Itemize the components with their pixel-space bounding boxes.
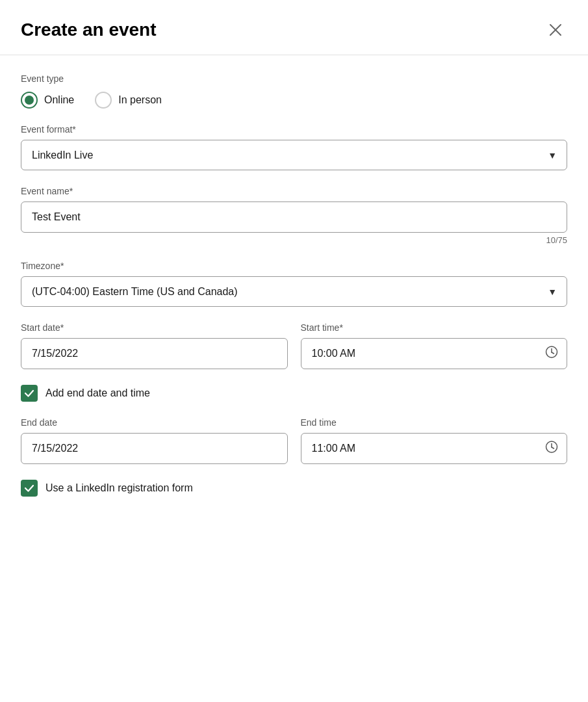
timezone-label: Timezone* <box>21 261 567 271</box>
add-end-datetime-row[interactable]: Add end date and time <box>21 385 567 402</box>
event-format-section: Event format* LinkedIn LiveWebinarIn Per… <box>21 124 567 170</box>
event-type-label: Event type <box>21 73 567 84</box>
modal-body: Event type Online In person Event format… <box>0 55 588 530</box>
end-time-label: End time <box>301 417 568 428</box>
timezone-section: Timezone* (UTC-04:00) Eastern Time (US a… <box>21 261 567 307</box>
modal-header: Create an event <box>0 0 588 55</box>
timezone-select-wrapper: (UTC-04:00) Eastern Time (US and Canada)… <box>21 276 567 307</box>
event-name-section: Event name* 10/75 <box>21 186 567 245</box>
event-format-label: Event format* <box>21 124 567 135</box>
end-date-input[interactable] <box>21 433 288 464</box>
event-format-select-wrapper: LinkedIn LiveWebinarIn Person ▼ <box>21 140 567 170</box>
close-button[interactable] <box>544 18 567 42</box>
add-end-datetime-checkbox[interactable] <box>21 385 38 402</box>
event-name-char-count: 10/75 <box>21 235 567 245</box>
event-format-select[interactable]: LinkedIn LiveWebinarIn Person <box>21 140 567 170</box>
radio-in-person-label: In person <box>118 94 162 106</box>
event-name-input[interactable] <box>21 202 567 233</box>
start-time-field: Start time* <box>301 322 568 369</box>
radio-online-label: Online <box>44 94 74 106</box>
checkmark-icon <box>24 388 34 398</box>
checkmark-registration-icon <box>24 483 34 493</box>
start-date-time-row: Start date* Start time* <box>21 322 567 369</box>
start-time-input-wrapper <box>301 338 568 369</box>
modal-title: Create an event <box>21 20 157 40</box>
radio-option-in-person[interactable]: In person <box>95 92 162 109</box>
start-date-field: Start date* <box>21 322 288 369</box>
end-datetime-section: End date End time <box>21 417 567 464</box>
add-end-datetime-label: Add end date and time <box>45 387 150 399</box>
event-type-radio-group: Online In person <box>21 92 567 109</box>
close-icon <box>549 23 562 36</box>
registration-form-label: Use a LinkedIn registration form <box>45 482 193 494</box>
create-event-modal: Create an event Event type Online In per… <box>0 0 588 702</box>
radio-in-person-circle <box>95 92 112 109</box>
radio-option-online[interactable]: Online <box>21 92 74 109</box>
event-name-label: Event name* <box>21 186 567 196</box>
event-type-section: Event type Online In person <box>21 73 567 109</box>
end-date-time-row: End date End time <box>21 417 567 464</box>
end-time-input-wrapper <box>301 433 568 464</box>
start-date-input[interactable] <box>21 338 288 369</box>
start-date-label: Start date* <box>21 322 288 333</box>
start-time-label: Start time* <box>301 322 568 333</box>
end-date-field: End date <box>21 417 288 464</box>
start-time-input[interactable] <box>301 338 568 369</box>
start-datetime-section: Start date* Start time* <box>21 322 567 369</box>
radio-online-circle <box>21 92 38 109</box>
end-time-field: End time <box>301 417 568 464</box>
end-time-input[interactable] <box>301 433 568 464</box>
registration-form-checkbox[interactable] <box>21 480 38 497</box>
end-date-label: End date <box>21 417 288 428</box>
timezone-select[interactable]: (UTC-04:00) Eastern Time (US and Canada)… <box>21 276 567 307</box>
registration-form-row[interactable]: Use a LinkedIn registration form <box>21 480 567 497</box>
